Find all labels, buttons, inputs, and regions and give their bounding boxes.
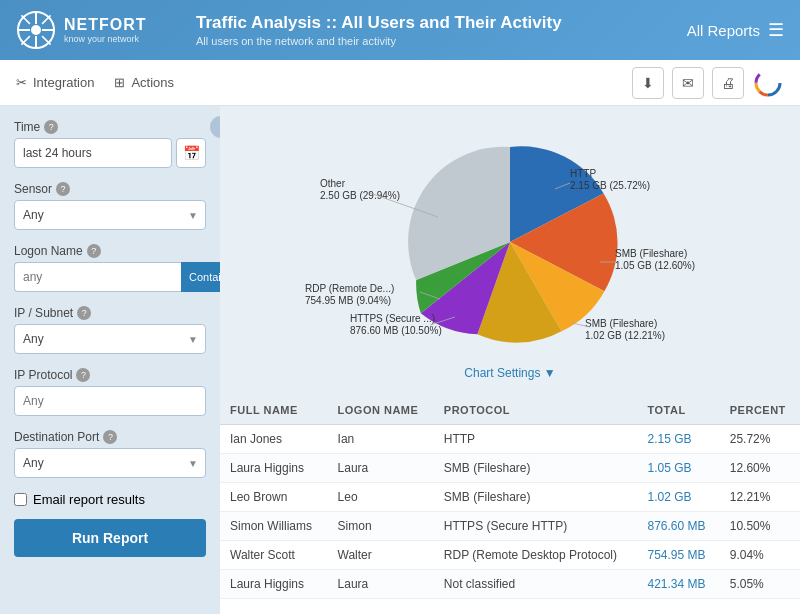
svg-text:2.15 GB (25.72%): 2.15 GB (25.72%) (570, 180, 650, 191)
cell-logon-name: Laura (328, 570, 434, 599)
table-row: Laura Higgins Laura SMB (Fileshare) 1.05… (220, 454, 800, 483)
main-layout: ‹ Time ? last 24 hours 📅 Sensor ? Any ▼ (0, 106, 800, 614)
cell-logon-name: Laura (328, 454, 434, 483)
download-button[interactable]: ⬇ (632, 67, 664, 99)
svg-point-1 (31, 25, 41, 35)
pie-chart: HTTP 2.15 GB (25.72%) SMB (Fileshare) 1.… (300, 127, 720, 357)
page-sub-title: All users on the network and their activ… (196, 35, 687, 47)
time-filter-group: Time ? last 24 hours 📅 (14, 120, 206, 168)
cell-total[interactable]: 1.02 GB (637, 483, 719, 512)
page-main-title: Traffic Analysis :: All Users and Their … (196, 13, 687, 33)
cell-percent: 10.50% (720, 512, 800, 541)
destination-port-help-icon[interactable]: ? (103, 430, 117, 444)
svg-text:1.05 GB (12.60%): 1.05 GB (12.60%) (615, 260, 695, 271)
logon-name-row: Contains ▼ (14, 262, 206, 292)
email-report-checkbox[interactable] (14, 493, 27, 506)
logo-tagline: know your network (64, 34, 147, 44)
time-select[interactable]: last 24 hours (14, 138, 172, 168)
ip-subnet-help-icon[interactable]: ? (77, 306, 91, 320)
cell-percent: 12.60% (720, 454, 800, 483)
cell-total[interactable]: 876.60 MB (637, 512, 719, 541)
integration-icon: ✂ (16, 75, 27, 90)
table-row: Simon Williams Simon HTTPS (Secure HTTP)… (220, 512, 800, 541)
toolbar: ✂ Integration ⊞ Actions ⬇ ✉ 🖨 (0, 60, 800, 106)
table-row: Ian Jones Ian HTTP 2.15 GB 25.72% (220, 425, 800, 454)
email-report-label[interactable]: Email report results (33, 492, 145, 507)
cell-full-name: Simon Williams (220, 512, 328, 541)
svg-line-8 (42, 15, 51, 24)
time-row: last 24 hours 📅 (14, 138, 206, 168)
destination-port-select-wrap: Any ▼ (14, 448, 206, 478)
cell-total[interactable]: 1.05 GB (637, 454, 719, 483)
logo-area: NETFORT know your network (16, 10, 176, 50)
time-help-icon[interactable]: ? (44, 120, 58, 134)
col-percent: Percent (720, 396, 800, 425)
cell-full-name: Ian Jones (220, 425, 328, 454)
svg-text:754.95 MB (9.04%): 754.95 MB (9.04%) (305, 295, 391, 306)
col-full-name: Full Name (220, 396, 328, 425)
sensor-select-wrap: Any ▼ (14, 200, 206, 230)
integration-menu-item[interactable]: ✂ Integration (16, 71, 94, 94)
sensor-help-icon[interactable]: ? (56, 182, 70, 196)
run-report-button[interactable]: Run Report (14, 519, 206, 557)
cell-percent: 25.72% (720, 425, 800, 454)
table-row: Laura Higgins Laura Not classified 421.3… (220, 570, 800, 599)
ip-protocol-filter-group: IP Protocol ? (14, 368, 206, 416)
ip-protocol-input[interactable] (14, 386, 206, 416)
all-reports-label[interactable]: All Reports (687, 22, 760, 39)
cell-total[interactable]: 2.15 GB (637, 425, 719, 454)
cell-full-name: Walter Scott (220, 541, 328, 570)
data-table: Full Name Logon Name Protocol Total Perc… (220, 396, 800, 599)
sensor-label: Sensor ? (14, 182, 206, 196)
time-label: Time ? (14, 120, 206, 134)
download-icon: ⬇ (642, 75, 654, 91)
sensor-filter-group: Sensor ? Any ▼ (14, 182, 206, 230)
content-area: HTTP 2.15 GB (25.72%) SMB (Fileshare) 1.… (220, 106, 800, 614)
svg-text:876.60 MB (10.50%): 876.60 MB (10.50%) (350, 325, 442, 336)
cell-logon-name: Leo (328, 483, 434, 512)
print-button[interactable]: 🖨 (712, 67, 744, 99)
cell-protocol: HTTP (434, 425, 638, 454)
cell-percent: 12.21% (720, 483, 800, 512)
sensor-select[interactable]: Any (14, 200, 206, 230)
cell-total[interactable]: 754.95 MB (637, 541, 719, 570)
contains-button[interactable]: Contains ▼ (181, 262, 220, 292)
table-row: Leo Brown Leo SMB (Fileshare) 1.02 GB 12… (220, 483, 800, 512)
logon-name-help-icon[interactable]: ? (87, 244, 101, 258)
header-title-area: Traffic Analysis :: All Users and Their … (176, 13, 687, 47)
col-total: Total (637, 396, 719, 425)
calendar-button[interactable]: 📅 (176, 138, 206, 168)
svg-text:1.02 GB (12.21%): 1.02 GB (12.21%) (585, 330, 665, 341)
svg-line-9 (21, 36, 30, 45)
label-rdp: RDP (Remote De...) (305, 283, 394, 294)
toolbar-left: ✂ Integration ⊞ Actions (16, 71, 632, 94)
label-http: HTTP (570, 168, 596, 179)
table-row: Walter Scott Walter RDP (Remote Desktop … (220, 541, 800, 570)
cell-protocol: HTTPS (Secure HTTP) (434, 512, 638, 541)
email-button[interactable]: ✉ (672, 67, 704, 99)
destination-port-select[interactable]: Any (14, 448, 206, 478)
logon-name-label: Logon Name ? (14, 244, 206, 258)
svg-line-6 (21, 15, 30, 24)
donut-chart-icon[interactable] (752, 67, 784, 99)
cell-total[interactable]: 421.34 MB (637, 570, 719, 599)
ip-protocol-label: IP Protocol ? (14, 368, 206, 382)
logon-name-input[interactable] (14, 262, 181, 292)
hamburger-icon[interactable]: ☰ (768, 19, 784, 41)
cell-percent: 9.04% (720, 541, 800, 570)
ip-subnet-select-wrap: Any ▼ (14, 324, 206, 354)
cell-full-name: Laura Higgins (220, 454, 328, 483)
pie-chart-container: HTTP 2.15 GB (25.72%) SMB (Fileshare) 1.… (236, 122, 784, 362)
email-icon: ✉ (682, 75, 694, 91)
app-header: NETFORT know your network Traffic Analys… (0, 0, 800, 60)
ip-subnet-label: IP / Subnet ? (14, 306, 206, 320)
integration-label: Integration (33, 75, 94, 90)
ip-protocol-help-icon[interactable]: ? (76, 368, 90, 382)
cell-full-name: Leo Brown (220, 483, 328, 512)
data-table-area: Full Name Logon Name Protocol Total Perc… (220, 396, 800, 614)
ip-subnet-select[interactable]: Any (14, 324, 206, 354)
sidebar-collapse-button[interactable]: ‹ (210, 116, 220, 138)
actions-menu-item[interactable]: ⊞ Actions (114, 71, 174, 94)
chart-settings-link[interactable]: Chart Settings ▼ (236, 366, 784, 380)
logon-name-filter-group: Logon Name ? Contains ▼ (14, 244, 206, 292)
